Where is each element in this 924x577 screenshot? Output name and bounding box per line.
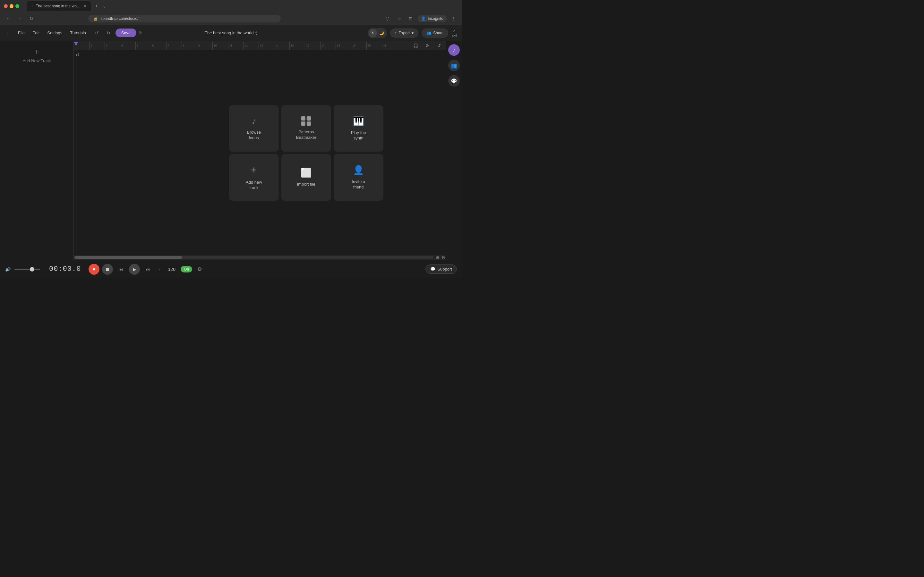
add-track-label: Add New Track bbox=[23, 58, 51, 63]
file-menu[interactable]: File bbox=[18, 31, 25, 35]
share-button[interactable]: 👥 Share bbox=[422, 29, 448, 37]
forward-button[interactable]: → bbox=[15, 14, 24, 23]
ruler-mark-15: 15 bbox=[289, 42, 305, 50]
stop-button[interactable]: ⏹ bbox=[102, 264, 113, 275]
volume-slider[interactable] bbox=[15, 269, 40, 270]
sync-button[interactable]: ↻ bbox=[139, 31, 143, 35]
settings-menu[interactable]: Settings bbox=[47, 31, 62, 35]
new-tab-button[interactable]: + bbox=[92, 2, 101, 11]
headphone-button[interactable]: 🎧 bbox=[411, 41, 420, 50]
export-chevron-icon: ▾ bbox=[412, 31, 414, 35]
zoom-out-button[interactable]: ⊖ bbox=[441, 255, 445, 259]
cast-button[interactable]: ⬡ bbox=[383, 14, 392, 23]
save-button[interactable]: Save bbox=[115, 29, 137, 37]
import-file-label: Import file bbox=[297, 182, 315, 187]
app-toolbar: ← File Edit Settings Tutorials ↺ ↻ Save … bbox=[0, 25, 462, 41]
timeline-settings-button[interactable]: ⚙ bbox=[423, 41, 432, 50]
browser-chrome: ♪ The best song in the world :) ✕ + ⌄ ← … bbox=[0, 0, 462, 25]
minimize-traffic-light[interactable] bbox=[10, 4, 13, 8]
redo-button[interactable]: ↻ bbox=[104, 29, 113, 37]
active-tab[interactable]: ♪ The best song in the world :) ✕ bbox=[27, 1, 91, 11]
ruler-mark-13: 13 bbox=[258, 42, 274, 50]
undo-button[interactable]: ↺ bbox=[92, 29, 102, 37]
music-icon: ♪ bbox=[453, 47, 455, 53]
ruler-mark-11: 11 bbox=[228, 42, 243, 50]
people-panel-button[interactable]: 👥 bbox=[448, 60, 460, 71]
ruler-mark-4: 4 bbox=[120, 42, 136, 50]
fast-forward-button[interactable]: ⏭ bbox=[142, 264, 153, 275]
tab-title: The best song in the world :) bbox=[36, 4, 81, 8]
record-button[interactable]: ⏺ bbox=[89, 264, 99, 275]
exit-button[interactable]: ↗ Exit bbox=[451, 29, 457, 37]
tab-favicon-icon: ♪ bbox=[31, 4, 33, 8]
tutorials-menu[interactable]: Tutorials bbox=[70, 31, 86, 35]
browse-loops-card[interactable]: ♪ Browseloops bbox=[229, 105, 279, 152]
music-panel-button[interactable]: ♪ bbox=[448, 44, 460, 56]
scrollbar-thumb[interactable] bbox=[74, 256, 182, 259]
people-icon: 👥 bbox=[451, 63, 457, 69]
tab-close-button[interactable]: ✕ bbox=[83, 4, 86, 8]
play-button[interactable]: ▶ bbox=[129, 264, 140, 275]
volume-knob[interactable] bbox=[30, 267, 34, 271]
play-icon: ▶ bbox=[133, 267, 136, 272]
sidebar: + Add New Track bbox=[0, 41, 74, 259]
export-button[interactable]: ↑ Export ▾ bbox=[390, 29, 419, 37]
play-synth-card[interactable]: 🎹 Play thesynth bbox=[334, 105, 383, 152]
support-label: Support bbox=[437, 267, 452, 271]
support-button[interactable]: 💬 Support bbox=[425, 264, 457, 274]
app-container: ← File Edit Settings Tutorials ↺ ↻ Save … bbox=[0, 25, 462, 278]
incognito-icon: 👤 bbox=[421, 16, 426, 21]
timeline-refresh-button[interactable]: ↺ bbox=[435, 41, 443, 50]
ruler-mark-10: 10 bbox=[212, 42, 228, 50]
ruler-mark-6: 6 bbox=[151, 42, 166, 50]
traffic-lights bbox=[4, 4, 19, 8]
edit-menu[interactable]: Edit bbox=[32, 31, 39, 35]
add-new-track-card[interactable]: + Add newtrack bbox=[229, 154, 279, 201]
ruler-mark-5: 5 bbox=[136, 42, 151, 50]
app-back-button[interactable]: ← bbox=[5, 29, 11, 37]
back-button[interactable]: ← bbox=[4, 14, 13, 23]
on-badge[interactable]: On bbox=[181, 266, 192, 272]
invite-friend-label: Invite afriend bbox=[352, 179, 365, 190]
toolbar-right: ☀ 🌙 ↑ Export ▾ 👥 Share ↗ Exit bbox=[368, 28, 457, 38]
extension-button[interactable]: ⊡ bbox=[406, 14, 415, 23]
browser-actions: ⬡ ☆ ⊡ 👤 Incognito ⋮ bbox=[383, 14, 458, 23]
dark-theme-button[interactable]: 🌙 bbox=[378, 29, 386, 37]
window-collapse-button[interactable]: ⌄ bbox=[102, 3, 106, 9]
export-label: Export bbox=[399, 31, 410, 35]
browse-loops-label: Browseloops bbox=[247, 130, 261, 141]
timeline-area: 2 3 4 5 6 7 8 9 10 11 12 13 14 15 bbox=[74, 41, 446, 259]
reload-button[interactable]: ↻ bbox=[27, 14, 36, 23]
light-theme-button[interactable]: ☀ bbox=[368, 29, 377, 37]
scrollbar-area: ⊕ ⊖ bbox=[74, 255, 446, 259]
chat-icon: 💬 bbox=[451, 78, 457, 84]
invite-friend-card[interactable]: 👤 Invite afriend bbox=[334, 154, 383, 201]
ruler-mark-20: 20 bbox=[367, 42, 382, 50]
beatmaker-icon bbox=[301, 116, 311, 126]
bookmark-button[interactable]: ☆ bbox=[395, 14, 404, 23]
patterns-beatmaker-card[interactable]: PatternsBeatmaker bbox=[281, 105, 331, 152]
browse-loops-icon: ♪ bbox=[252, 116, 256, 126]
rewind-button[interactable]: ⏮ bbox=[115, 264, 126, 275]
ruler-mark-8: 8 bbox=[182, 42, 197, 50]
zoom-in-button[interactable]: ⊕ bbox=[436, 255, 439, 259]
chat-panel-button[interactable]: 💬 bbox=[448, 75, 460, 87]
rewind-icon: ⏮ bbox=[119, 267, 123, 272]
song-title: The best song in the world :) bbox=[205, 31, 257, 35]
ruler-mark-9: 9 bbox=[197, 42, 212, 50]
transport-buttons: ⏺ ⏹ ⏮ ▶ ⏭ bbox=[89, 264, 153, 275]
address-bar[interactable]: 🔒 soundtrap.com/studio/ bbox=[88, 15, 281, 23]
add-track-button[interactable]: + Add New Track bbox=[23, 47, 51, 63]
play-synth-label: Play thesynth bbox=[351, 130, 366, 141]
menu-bar: File Edit Settings Tutorials bbox=[18, 31, 86, 35]
browser-more-button[interactable]: ⋮ bbox=[449, 14, 458, 23]
quick-actions-overlay: ♪ Browseloops PatternsBeatmaker bbox=[229, 105, 383, 201]
import-file-card[interactable]: ⬜ Import file bbox=[281, 154, 331, 201]
maximize-traffic-light[interactable] bbox=[15, 4, 19, 8]
transport-settings-button[interactable]: ⚙ bbox=[197, 266, 202, 272]
tempo-display: 120 bbox=[168, 267, 176, 272]
add-track-icon: + bbox=[34, 47, 39, 56]
incognito-badge: 👤 Incognito bbox=[418, 15, 447, 22]
close-traffic-light[interactable] bbox=[4, 4, 8, 8]
scrollbar-track[interactable] bbox=[74, 256, 433, 259]
